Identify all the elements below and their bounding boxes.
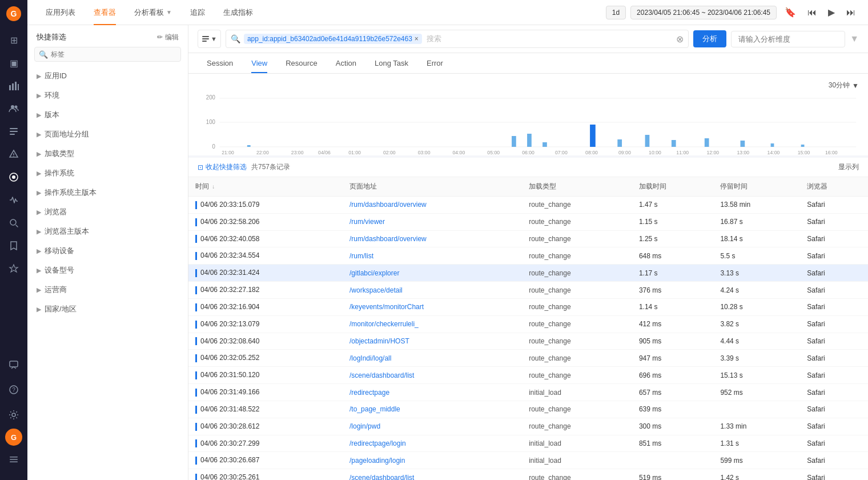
table-row[interactable]: 04/06 20:31:50.120 /scene/dashboard/list… xyxy=(188,367,868,384)
cell-url[interactable]: /redirectpage/login xyxy=(343,435,522,452)
sidebar-icon-chart[interactable] xyxy=(3,75,24,96)
table-row[interactable]: 04/06 20:31:49.166 /redirectpage initial… xyxy=(188,384,868,401)
tab-error[interactable]: Error xyxy=(417,53,452,73)
table-row[interactable]: 04/06 20:32:27.182 /workspace/detail rou… xyxy=(188,282,868,299)
sort-icon[interactable]: ↓ xyxy=(212,183,215,190)
sidebar-icon-message[interactable] xyxy=(3,354,24,375)
cell-url[interactable]: /scene/dashboard/list xyxy=(343,469,522,480)
filter-group-device-model[interactable]: ▶ 设备型号 xyxy=(34,261,181,280)
filter-group-app-id[interactable]: ▶ 应用ID xyxy=(34,66,181,86)
table-row[interactable]: 04/06 20:32:16.904 /keyevents/monitorCha… xyxy=(188,298,868,315)
sidebar-icon-help[interactable]: ? xyxy=(3,379,24,400)
cell-url[interactable]: /scene/dashboard/list xyxy=(343,367,522,384)
sidebar-icon-grid[interactable]: ⊞ xyxy=(3,30,24,50)
filter-group-carrier[interactable]: ▶ 运营商 xyxy=(34,280,181,299)
sidebar-icon-monitor[interactable]: ▣ xyxy=(3,53,24,73)
search-tag-close[interactable]: × xyxy=(415,35,419,43)
nav-metrics[interactable]: 生成指标 xyxy=(214,0,262,25)
user-avatar[interactable]: G xyxy=(5,429,22,446)
time-nav-play[interactable]: ▶ xyxy=(825,5,838,20)
table-row[interactable]: 04/06 20:31:48.522 /to_page_middle route… xyxy=(188,401,868,418)
chevron-right-icon: ▶ xyxy=(37,247,41,255)
search-tag: app_id:appid_b63402ad0e6e41d4a9119b26e57… xyxy=(244,34,422,44)
sidebar-icon-collapse[interactable] xyxy=(3,449,24,470)
collapse-filter-btn[interactable]: ⊡ 收起快捷筛选 xyxy=(198,162,247,172)
sidebar-icon-bookmark[interactable] xyxy=(3,235,24,256)
sidebar-icon-rum[interactable] xyxy=(3,167,24,187)
analyze-expand-icon[interactable]: ▼ xyxy=(850,34,859,44)
sidebar-icon-settings[interactable] xyxy=(3,405,24,425)
nav-dashboard[interactable]: 分析看板 ▼ xyxy=(125,0,181,25)
cell-url[interactable]: /pageloading/login xyxy=(343,452,522,469)
table-row[interactable]: 04/06 20:32:05.252 /logIndi/log/all rout… xyxy=(188,350,868,367)
table-row[interactable]: 04/06 20:33:15.079 /rum/dashboard/overvi… xyxy=(188,197,868,214)
filter-group-browser-version[interactable]: ▶ 浏览器主版本 xyxy=(34,222,181,241)
cell-url[interactable]: /rum/list xyxy=(343,247,522,265)
cell-url[interactable]: /monitor/checkerruleli_ xyxy=(343,315,522,333)
cell-load-time: 639 ms xyxy=(632,401,713,418)
table-row[interactable]: 04/06 20:32:08.640 /objectadmin/HOST rou… xyxy=(188,333,868,350)
chart-range-btn[interactable]: 30分钟 ▼ xyxy=(829,81,859,90)
filter-group-env[interactable]: ▶ 环境 xyxy=(34,86,181,105)
cell-url[interactable]: /to_page_middle xyxy=(343,401,522,418)
filter-group-country[interactable]: ▶ 国家/地区 xyxy=(34,299,181,319)
sidebar-icon-search2[interactable] xyxy=(3,213,24,233)
tab-view[interactable]: View xyxy=(242,53,276,73)
filter-group-load-type[interactable]: ▶ 加载类型 xyxy=(34,144,181,163)
filter-group-page-url[interactable]: ▶ 页面地址分组 xyxy=(34,125,181,144)
svg-rect-5 xyxy=(18,84,19,90)
nav-viewer[interactable]: 查看器 xyxy=(85,0,125,25)
table-row[interactable]: 04/06 20:32:40.058 /rum/dashboard/overvi… xyxy=(188,230,868,247)
table-row[interactable]: 04/06 20:30:26.687 /pageloading/login in… xyxy=(188,452,868,469)
filter-edit-btn[interactable]: ✏ 编辑 xyxy=(157,33,179,42)
filter-group-os[interactable]: ▶ 操作系统 xyxy=(34,163,181,183)
cell-url[interactable]: /logIndi/log/all xyxy=(343,350,522,367)
tab-long-task[interactable]: Long Task xyxy=(365,53,417,73)
display-columns-btn[interactable]: 显示列 xyxy=(838,162,859,172)
analyze-button[interactable]: 分析 xyxy=(693,30,726,47)
cell-load-type: route_change xyxy=(522,298,632,315)
tab-resource[interactable]: Resource xyxy=(276,53,327,73)
cell-url[interactable]: /redirectpage xyxy=(343,384,522,401)
cell-url[interactable]: /login/pwd xyxy=(343,418,522,435)
filter-group-version[interactable]: ▶ 版本 xyxy=(34,105,181,125)
cell-url[interactable]: /rum/dashboard/overview xyxy=(343,197,522,214)
app-logo[interactable]: G xyxy=(5,5,23,23)
table-row[interactable]: 04/06 20:30:27.299 /redirectpage/login i… xyxy=(188,435,868,452)
time-nav-next[interactable]: ⏭ xyxy=(843,5,859,20)
table-row[interactable]: 04/06 20:32:13.079 /monitor/checkerrulel… xyxy=(188,315,868,333)
cell-url[interactable]: /rum/viewer xyxy=(343,213,522,230)
analyze-dimension-input[interactable] xyxy=(731,31,845,47)
table-row[interactable]: 04/06 20:30:25.261 /scene/dashboard/list… xyxy=(188,469,868,480)
cell-url[interactable]: /gitlabci/explorer xyxy=(343,265,522,282)
tab-session[interactable]: Session xyxy=(198,53,242,73)
cell-load-time: 696 ms xyxy=(632,367,713,384)
filter-group-os-version[interactable]: ▶ 操作系统主版本 xyxy=(34,183,181,202)
cell-url[interactable]: /rum/dashboard/overview xyxy=(343,230,522,247)
sidebar-icon-alert[interactable] xyxy=(3,144,24,165)
table-row[interactable]: 04/06 20:30:28.612 /login/pwd route_chan… xyxy=(188,418,868,435)
table-row[interactable]: 04/06 20:32:58.206 /rum/viewer route_cha… xyxy=(188,213,868,230)
time-nav-bookmark[interactable]: 🔖 xyxy=(781,5,799,20)
sidebar-icon-users[interactable] xyxy=(3,98,24,119)
cell-url[interactable]: /keyevents/monitorChart xyxy=(343,298,522,315)
nav-trace[interactable]: 追踪 xyxy=(181,0,214,25)
search-clear-btn[interactable]: ⊗ xyxy=(676,34,684,45)
time-nav-prev[interactable]: ⏮ xyxy=(804,5,820,20)
table-row[interactable]: 04/06 20:32:34.554 /rum/list route_chang… xyxy=(188,247,868,265)
chart-range-arrow: ▼ xyxy=(852,82,859,90)
cell-url[interactable]: /objectadmin/HOST xyxy=(343,333,522,350)
nav-app-list[interactable]: 应用列表 xyxy=(37,0,85,25)
filter-group-browser[interactable]: ▶ 浏览器 xyxy=(34,202,181,222)
filter-search-input[interactable] xyxy=(34,47,181,62)
sidebar-icon-deploy[interactable] xyxy=(3,258,24,279)
filter-group-mobile[interactable]: ▶ 移动设备 xyxy=(34,241,181,261)
tab-action[interactable]: Action xyxy=(327,53,365,73)
table-row[interactable]: 04/06 20:32:31.424 /gitlabci/explorer ro… xyxy=(188,265,868,282)
time-preset-btn[interactable]: 1d xyxy=(606,6,626,19)
sidebar-icon-log[interactable] xyxy=(3,121,24,142)
sidebar-icon-apm[interactable] xyxy=(3,190,24,210)
filter-type-selector[interactable]: ▼ xyxy=(198,30,221,48)
cell-url[interactable]: /workspace/detail xyxy=(343,282,522,299)
svg-text:04:00: 04:00 xyxy=(453,150,465,155)
